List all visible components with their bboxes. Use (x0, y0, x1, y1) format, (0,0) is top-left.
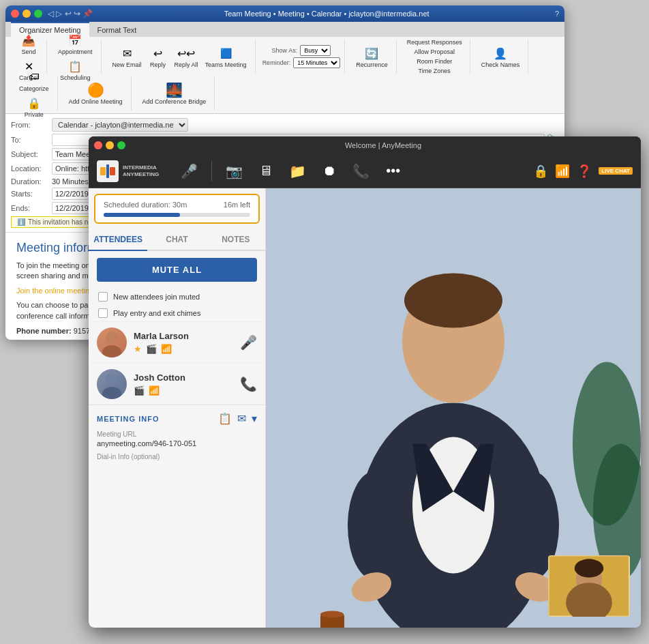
svg-point-8 (106, 373, 118, 385)
add-online-meeting-button[interactable]: 🟠 Add Online Meeting (66, 80, 125, 106)
meeting-info-header: MEETING INFO 📋 ✉ ▾ (97, 412, 257, 425)
categorize-button[interactable]: 🏷 Categorize (16, 68, 52, 93)
outlook-titlebar: ◁ ▷ ↩ ↪ 📌 Team Meeting • Meeting • Calen… (5, 5, 564, 22)
join-online-link[interactable]: Join the online meeting (16, 287, 93, 295)
help-icon[interactable]: ❓ (577, 164, 592, 179)
marla-mic-button[interactable]: 🎤 (240, 334, 257, 351)
am-minimize-btn[interactable] (106, 141, 114, 149)
tab-attendees[interactable]: ATTENDEES (89, 229, 147, 251)
reply-icon: ↩ (150, 45, 166, 61)
lock-icon[interactable]: 🔒 (533, 164, 548, 179)
reply-label: Reply (150, 61, 166, 68)
camera-icon: 📷 (226, 163, 243, 179)
record-tool-button[interactable]: ⏺ (317, 160, 342, 181)
svg-point-6 (106, 332, 118, 344)
meeting-url-label: Meeting URL (97, 430, 257, 438)
private-label: Private (25, 111, 44, 118)
minimize-btn[interactable] (22, 10, 31, 18)
time-zones-button[interactable]: Time Zones (417, 67, 453, 75)
nav-arrows[interactable]: ◁ ▷ ↩ ↪ 📌 (48, 9, 93, 18)
record-icon: ⏺ (322, 163, 336, 179)
recurrence-icon: 🔄 (363, 45, 380, 61)
am-maximize-btn[interactable] (117, 141, 125, 149)
phone-tool-button[interactable]: 📞 (347, 160, 375, 182)
duration-label: Duration: (11, 177, 52, 186)
pip-video-content (549, 555, 629, 617)
play-chimes-checkbox[interactable] (98, 308, 108, 318)
play-chimes-label: Play entry and exit chimes (113, 309, 200, 317)
am-window-controls (94, 141, 125, 149)
from-select[interactable]: Calendar - jclayton@intermedia.net (52, 118, 188, 132)
tab-chat[interactable]: CHAT (147, 229, 206, 250)
tab-format-text[interactable]: Format Text (89, 22, 145, 37)
josh-info: Josh Cotton 🎬 📶 (134, 372, 233, 396)
recurrence-button[interactable]: 🔄 Recurrence (353, 44, 391, 70)
anymeeting-titlebar: Welcome | AnyMeeting (89, 136, 641, 154)
meeting-info-title: MEETING INFO (97, 415, 159, 423)
add-online-meeting-group: 🟠 Add Online Meeting (61, 76, 132, 111)
check-names-button[interactable]: 👤 Check Names (479, 44, 523, 70)
reply-all-icon: ↩↩ (178, 45, 194, 61)
check-names-group: 👤 Check Names (473, 40, 529, 74)
allow-proposal-button[interactable]: Allow Proposal (412, 48, 457, 56)
close-btn[interactable] (11, 10, 19, 18)
files-tool-button[interactable]: 📁 (284, 160, 312, 182)
wifi-icon[interactable]: 📶 (555, 164, 570, 179)
meeting-url-value: anymeeting.com/946-170-051 (97, 439, 257, 448)
tab-notes[interactable]: NOTES (207, 229, 265, 250)
new-email-icon: ✉ (119, 45, 135, 61)
files-icon: 📁 (289, 163, 306, 179)
dialin-label: Dial-in Info (optional) (97, 453, 257, 460)
appointment-button[interactable]: 📅 Appointment (55, 31, 95, 57)
appointment-icon: 📅 (67, 32, 83, 48)
reply-all-button[interactable]: ↩↩ Reply All (172, 44, 201, 70)
room-finder-button[interactable]: Room Finder (414, 57, 454, 65)
email-group: ✉ New Email ↩ Reply ↩↩ Reply All 🟦 Teams… (104, 40, 256, 74)
appointment-label: Appointment (58, 48, 93, 55)
request-responses-button[interactable]: Request Responses (405, 38, 464, 46)
josh-avatar (97, 369, 127, 399)
reminder-select[interactable]: 15 Minutes (293, 57, 340, 68)
send-label: Send (21, 48, 35, 55)
svg-point-28 (575, 559, 604, 577)
am-brand-text: INTERMEDIA ANYMEETING (123, 164, 159, 177)
check-names-label: Check Names (481, 61, 520, 68)
camera-tool-button[interactable]: 📷 (220, 160, 248, 182)
copy-icon[interactable]: 📋 (218, 412, 232, 425)
showas-label: Show As: (272, 47, 298, 54)
duration-labels: Scheduled duration: 30m 16m left (104, 201, 250, 209)
am-sidebar: Scheduled duration: 30m 16m left ATTENDE… (89, 188, 266, 628)
mic-tool-button[interactable]: 🎤 (175, 160, 203, 182)
conference-bridge-icon: 🌉 (166, 82, 182, 98)
josh-phone-icon[interactable]: 📞 (240, 376, 257, 392)
live-chat-badge[interactable]: LIVE CHAT (599, 167, 633, 175)
teams-label: Teams Meeting (205, 61, 247, 68)
svg-point-14 (404, 274, 502, 328)
help-icon[interactable]: ? (555, 10, 559, 18)
email-icon[interactable]: ✉ (237, 412, 246, 425)
appointment-group: 📅 Appointment 📋 Scheduling (50, 40, 102, 74)
new-attendees-muted-checkbox[interactable] (98, 292, 108, 302)
maximize-btn[interactable] (34, 10, 42, 18)
am-brand-line2: ANYMEETING (123, 171, 159, 178)
send-button[interactable]: 📤 Send (16, 31, 41, 57)
marla-name: Marla Larson (134, 331, 233, 341)
teams-meeting-button[interactable]: 🟦 Teams Meeting (202, 44, 250, 70)
am-logo-area: INTERMEDIA ANYMEETING (97, 160, 159, 182)
mute-all-button[interactable]: MUTE ALL (97, 258, 257, 282)
new-email-button[interactable]: ✉ New Email (110, 44, 145, 70)
add-online-meeting-icon: 🟠 (87, 82, 104, 98)
private-button[interactable]: 🔒 Private (22, 93, 46, 119)
am-close-btn[interactable] (94, 141, 102, 149)
add-conference-bridge-button[interactable]: 🌉 Add Conference Bridge (140, 80, 209, 106)
more-icon[interactable]: ▾ (252, 412, 257, 425)
screen-share-tool-button[interactable]: 🖥 (254, 160, 278, 181)
reply-button[interactable]: ↩ Reply (146, 44, 170, 70)
to-label: To: (11, 136, 52, 144)
josh-name: Josh Cotton (134, 372, 233, 383)
phone-label: Phone number: (16, 327, 72, 335)
more-tool-button[interactable]: ••• (380, 160, 406, 181)
svg-rect-5 (110, 167, 115, 175)
showas-select[interactable]: Busy (300, 45, 331, 56)
duration-bar-container: Scheduled duration: 30m 16m left (94, 194, 260, 224)
